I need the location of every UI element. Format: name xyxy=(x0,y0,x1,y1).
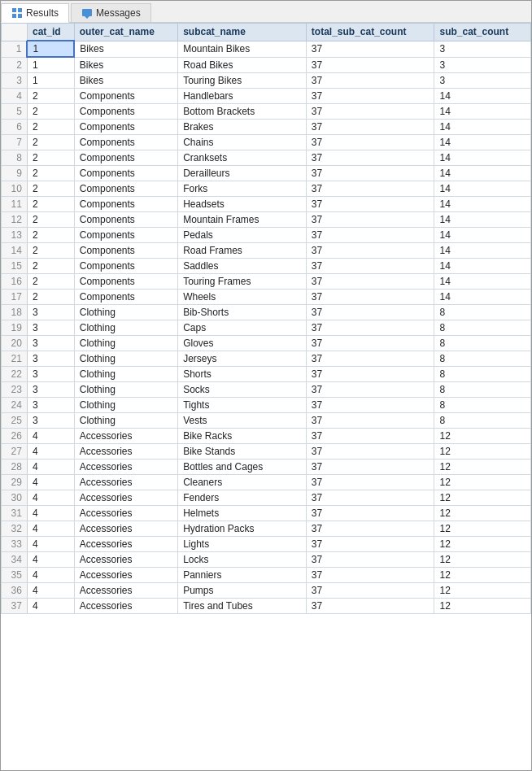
cell-outer-cat-name[interactable]: Clothing xyxy=(74,382,177,398)
cell-cat-id[interactable]: 4 xyxy=(27,429,74,444)
cell-sub-cat-count[interactable]: 12 xyxy=(434,490,531,506)
table-row[interactable]: 374AccessoriesTires and Tubes3712 xyxy=(2,599,531,614)
cell-cat-id[interactable]: 2 xyxy=(27,120,74,135)
cell-total-sub-cat-count[interactable]: 37 xyxy=(306,599,434,614)
cell-outer-cat-name[interactable]: Components xyxy=(74,243,177,259)
cell-outer-cat-name[interactable]: Components xyxy=(74,135,177,150)
cell-cat-id[interactable]: 2 xyxy=(27,228,74,243)
cell-sub-cat-count[interactable]: 14 xyxy=(434,150,531,166)
cell-sub-cat-count[interactable]: 14 xyxy=(434,197,531,212)
cell-cat-id[interactable]: 2 xyxy=(27,150,74,166)
cell-total-sub-cat-count[interactable]: 37 xyxy=(306,150,434,166)
cell-outer-cat-name[interactable]: Components xyxy=(74,212,177,228)
cell-subcat-name[interactable]: Fenders xyxy=(178,490,307,506)
cell-sub-cat-count[interactable]: 14 xyxy=(434,104,531,120)
table-row[interactable]: 172ComponentsWheels3714 xyxy=(2,290,531,305)
cell-sub-cat-count[interactable]: 12 xyxy=(434,429,531,444)
cell-sub-cat-count[interactable]: 14 xyxy=(434,274,531,290)
cell-sub-cat-count[interactable]: 12 xyxy=(434,444,531,460)
cell-subcat-name[interactable]: Touring Frames xyxy=(178,274,307,290)
cell-subcat-name[interactable]: Touring Bikes xyxy=(178,73,307,89)
cell-total-sub-cat-count[interactable]: 37 xyxy=(306,320,434,336)
cell-total-sub-cat-count[interactable]: 37 xyxy=(306,104,434,120)
cell-cat-id[interactable]: 3 xyxy=(27,382,74,398)
table-row[interactable]: 324AccessoriesHydration Packs3712 xyxy=(2,521,531,537)
cell-sub-cat-count[interactable]: 14 xyxy=(434,181,531,197)
cell-outer-cat-name[interactable]: Components xyxy=(74,181,177,197)
table-row[interactable]: 102ComponentsForks3714 xyxy=(2,181,531,197)
cell-outer-cat-name[interactable]: Components xyxy=(74,290,177,305)
cell-sub-cat-count[interactable]: 12 xyxy=(434,521,531,537)
cell-cat-id[interactable]: 4 xyxy=(27,444,74,460)
cell-outer-cat-name[interactable]: Accessories xyxy=(74,583,177,599)
cell-subcat-name[interactable]: Helmets xyxy=(178,506,307,521)
table-row[interactable]: 82ComponentsCranksets3714 xyxy=(2,150,531,166)
cell-subcat-name[interactable]: Hydration Packs xyxy=(178,521,307,537)
tab-messages[interactable]: Messages xyxy=(71,3,151,22)
cell-total-sub-cat-count[interactable]: 37 xyxy=(306,413,434,429)
cell-subcat-name[interactable]: Handlebars xyxy=(178,89,307,104)
table-row[interactable]: 62ComponentsBrakes3714 xyxy=(2,120,531,135)
cell-sub-cat-count[interactable]: 12 xyxy=(434,475,531,490)
cell-cat-id[interactable]: 4 xyxy=(27,599,74,614)
cell-outer-cat-name[interactable]: Bikes xyxy=(74,57,177,73)
cell-total-sub-cat-count[interactable]: 37 xyxy=(306,444,434,460)
cell-sub-cat-count[interactable]: 8 xyxy=(434,413,531,429)
table-row[interactable]: 183ClothingBib-Shorts378 xyxy=(2,305,531,320)
cell-cat-id[interactable]: 2 xyxy=(27,104,74,120)
cell-subcat-name[interactable]: Locks xyxy=(178,552,307,568)
cell-total-sub-cat-count[interactable]: 37 xyxy=(306,506,434,521)
cell-outer-cat-name[interactable]: Accessories xyxy=(74,506,177,521)
table-row[interactable]: 132ComponentsPedals3714 xyxy=(2,228,531,243)
cell-subcat-name[interactable]: Bottles and Cages xyxy=(178,460,307,475)
cell-cat-id[interactable]: 2 xyxy=(27,166,74,181)
cell-cat-id[interactable]: 3 xyxy=(27,398,74,413)
cell-outer-cat-name[interactable]: Components xyxy=(74,166,177,181)
cell-subcat-name[interactable]: Forks xyxy=(178,181,307,197)
cell-outer-cat-name[interactable]: Accessories xyxy=(74,444,177,460)
cell-outer-cat-name[interactable]: Clothing xyxy=(74,305,177,320)
cell-outer-cat-name[interactable]: Accessories xyxy=(74,568,177,583)
cell-cat-id[interactable]: 4 xyxy=(27,475,74,490)
cell-outer-cat-name[interactable]: Clothing xyxy=(74,320,177,336)
cell-total-sub-cat-count[interactable]: 37 xyxy=(306,274,434,290)
cell-subcat-name[interactable]: Road Frames xyxy=(178,243,307,259)
cell-subcat-name[interactable]: Bike Stands xyxy=(178,444,307,460)
cell-outer-cat-name[interactable]: Components xyxy=(74,150,177,166)
cell-sub-cat-count[interactable]: 8 xyxy=(434,305,531,320)
cell-outer-cat-name[interactable]: Bikes xyxy=(74,41,177,57)
table-row[interactable]: 294AccessoriesCleaners3712 xyxy=(2,475,531,490)
col-header-subcat-name[interactable]: subcat_name xyxy=(178,24,307,41)
cell-sub-cat-count[interactable]: 12 xyxy=(434,460,531,475)
cell-subcat-name[interactable]: Chains xyxy=(178,135,307,150)
cell-subcat-name[interactable]: Bike Racks xyxy=(178,429,307,444)
table-row[interactable]: 314AccessoriesHelmets3712 xyxy=(2,506,531,521)
cell-total-sub-cat-count[interactable]: 37 xyxy=(306,583,434,599)
cell-total-sub-cat-count[interactable]: 37 xyxy=(306,475,434,490)
cell-cat-id[interactable]: 4 xyxy=(27,490,74,506)
table-row[interactable]: 233ClothingSocks378 xyxy=(2,382,531,398)
cell-subcat-name[interactable]: Bib-Shorts xyxy=(178,305,307,320)
cell-subcat-name[interactable]: Jerseys xyxy=(178,351,307,367)
cell-sub-cat-count[interactable]: 8 xyxy=(434,367,531,382)
cell-subcat-name[interactable]: Cleaners xyxy=(178,475,307,490)
cell-outer-cat-name[interactable]: Components xyxy=(74,120,177,135)
cell-sub-cat-count[interactable]: 12 xyxy=(434,552,531,568)
cell-total-sub-cat-count[interactable]: 37 xyxy=(306,181,434,197)
cell-subcat-name[interactable]: Brakes xyxy=(178,120,307,135)
cell-sub-cat-count[interactable]: 14 xyxy=(434,135,531,150)
cell-subcat-name[interactable]: Lights xyxy=(178,537,307,552)
table-row[interactable]: 142ComponentsRoad Frames3714 xyxy=(2,243,531,259)
cell-outer-cat-name[interactable]: Clothing xyxy=(74,367,177,382)
table-row[interactable]: 304AccessoriesFenders3712 xyxy=(2,490,531,506)
table-row[interactable]: 21BikesRoad Bikes373 xyxy=(2,57,531,73)
table-row[interactable]: 223ClothingShorts378 xyxy=(2,367,531,382)
table-row[interactable]: 243ClothingTights378 xyxy=(2,398,531,413)
cell-outer-cat-name[interactable]: Clothing xyxy=(74,413,177,429)
cell-sub-cat-count[interactable]: 14 xyxy=(434,212,531,228)
cell-total-sub-cat-count[interactable]: 37 xyxy=(306,212,434,228)
table-row[interactable]: 253ClothingVests378 xyxy=(2,413,531,429)
cell-total-sub-cat-count[interactable]: 37 xyxy=(306,243,434,259)
col-header-sub-cat-count[interactable]: sub_cat_count xyxy=(434,24,531,41)
table-row[interactable]: 31BikesTouring Bikes373 xyxy=(2,73,531,89)
